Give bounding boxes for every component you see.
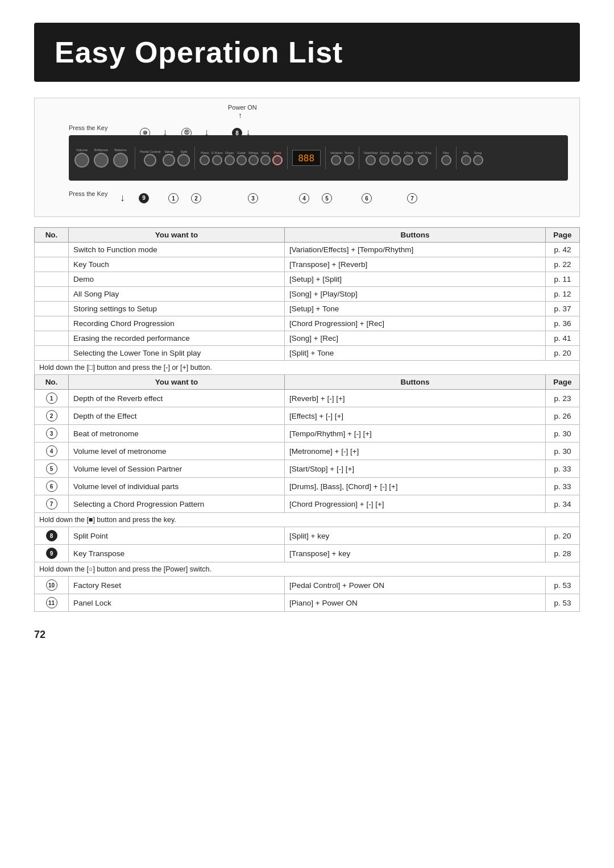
table-row: Demo [Setup] + [Split] p. 11 — [35, 272, 580, 287]
table-row: 2 Depth of the Effect [Effects] + [-] [+… — [35, 407, 580, 425]
title-block: Easy Operation List — [34, 23, 580, 82]
table-row: 1 Depth of the Reverb effect [Reverb] + … — [35, 390, 580, 407]
section-note-row: Hold down the [□] button and press the [… — [35, 361, 580, 375]
panel-display: 888 — [292, 150, 321, 166]
badge-9-bottom: 9 — [139, 193, 149, 203]
col-header-buttons: Buttons — [285, 228, 546, 243]
operation-table: No. You want to Buttons Page Switch to F… — [34, 227, 580, 612]
table-row: 4 Volume level of metronome [Metronome] … — [35, 443, 580, 460]
col-header-page: Page — [546, 228, 580, 243]
press-key-top-label: Press the Key — [69, 124, 107, 131]
table-row: Selecting the Lower Tone in Split play [… — [35, 346, 580, 361]
table-row: Recording Chord Progression [Chord Progr… — [35, 316, 580, 331]
badge-4: 4 — [299, 193, 309, 204]
badge-3: 3 — [248, 193, 258, 204]
table-row: 8 Split Point [Split] + key p. 20 — [35, 527, 580, 545]
bottom-badge-group: ↓ 9 1 2 3 4 5 6 7 — [120, 192, 417, 204]
power-on-arrow: ↑ — [238, 111, 242, 120]
table-row: Switch to Function mode [Variation/Effec… — [35, 243, 580, 257]
page-number: 72 — [34, 629, 580, 641]
section-note-row: Hold down the [○] button and press the [… — [35, 562, 580, 577]
col-header-no: No. — [35, 228, 69, 243]
table-row: 6 Volume level of individual parts [Drum… — [35, 478, 580, 495]
keyboard-diagram: Power ON ↑ Press the Key ⑩ ↓ ⑪ ↓ 8 ↓ Vol… — [34, 98, 580, 217]
section-header-row: No. You want to Buttons Page — [35, 375, 580, 390]
power-on-label: Power ON — [228, 104, 257, 111]
badge-6: 6 — [362, 193, 372, 204]
panel-mockup: Volume Brilliance Balance Pedal Control … — [69, 135, 568, 181]
table-row: Erasing the recorded performance [Song] … — [35, 331, 580, 346]
badge-1: 1 — [168, 193, 179, 204]
table-row: 7 Selecting a Chord Progression Pattern … — [35, 495, 580, 513]
badge-7: 7 — [407, 193, 417, 204]
section-note-row: Hold down the [■] button and press the k… — [35, 513, 580, 527]
table-row: 3 Beat of metronome [Tempo/Rhythm] + [-]… — [35, 425, 580, 443]
press-key-bottom-label: Press the Key — [69, 190, 107, 197]
table-row: 10 Factory Reset [Pedal Control] + Power… — [35, 577, 580, 594]
page-title: Easy Operation List — [55, 35, 559, 69]
table-row: 9 Key Transpose [Transpose] + key p. 28 — [35, 545, 580, 562]
table-row: Storing settings to Setup [Setup] + Tone… — [35, 302, 580, 316]
table-row: All Song Play [Song] + [Play/Stop] p. 12 — [35, 287, 580, 302]
badge-2: 2 — [191, 193, 201, 204]
badge-5: 5 — [322, 193, 332, 204]
table-header-row: No. You want to Buttons Page — [35, 228, 580, 243]
col-header-you-want: You want to — [69, 228, 285, 243]
table-row: Key Touch [Transpose] + [Reverb] p. 22 — [35, 257, 580, 272]
table-row: 11 Panel Lock [Piano] + Power ON p. 53 — [35, 594, 580, 612]
table-row: 5 Volume level of Session Partner [Start… — [35, 460, 580, 478]
